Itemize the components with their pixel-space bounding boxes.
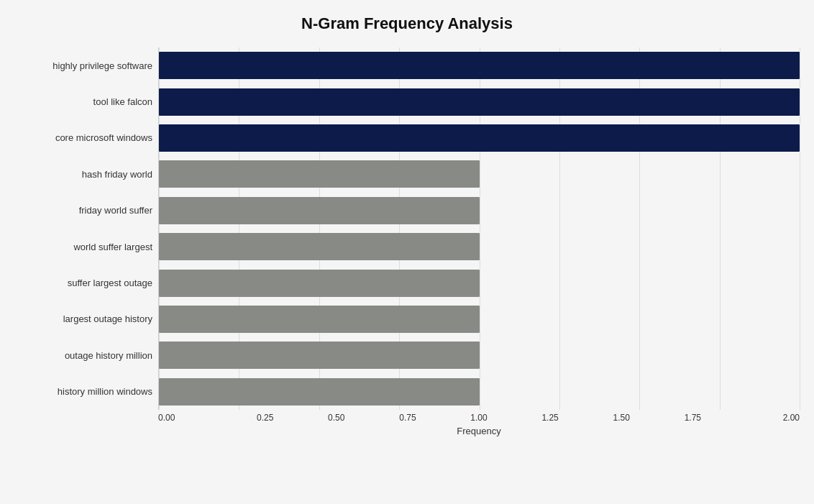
- bar: [159, 233, 480, 260]
- bar-row: [159, 156, 800, 192]
- bar: [159, 378, 480, 406]
- bar-row: [159, 337, 800, 373]
- bar-row: [159, 301, 800, 337]
- bar: [159, 306, 480, 333]
- y-label: history million windows: [58, 387, 152, 396]
- y-label: suffer largest outage: [68, 278, 152, 288]
- y-label: highly privilege software: [52, 61, 152, 70]
- bar: [159, 52, 800, 79]
- x-tick: 1.50: [586, 413, 657, 423]
- bar-row: [159, 193, 800, 229]
- y-label: world suffer largest: [73, 242, 152, 252]
- bar-row: [159, 47, 800, 83]
- bar-row: [159, 229, 800, 265]
- bar: [159, 88, 800, 116]
- x-tick: 0.00: [158, 413, 229, 423]
- chart-container: N-Gram Frequency Analysis highly privile…: [0, 0, 814, 504]
- plot-area: [158, 47, 800, 410]
- bars-section: highly privilege softwaretool like falco…: [14, 47, 800, 410]
- y-label: core microsoft windows: [55, 133, 152, 142]
- bar: [159, 160, 480, 188]
- x-axis-label: Frequency: [158, 426, 800, 436]
- y-label: tool like falcon: [93, 97, 152, 106]
- y-label: friday world suffer: [79, 206, 152, 215]
- grid-line: [800, 47, 800, 410]
- x-tick: 0.25: [229, 413, 301, 423]
- bar: [159, 197, 480, 224]
- bar-row: [159, 120, 800, 156]
- y-label: outage history million: [65, 351, 152, 360]
- x-axis: 0.000.250.500.751.001.251.501.752.00: [158, 413, 800, 423]
- bar: [159, 270, 480, 297]
- bar: [159, 342, 480, 369]
- x-tick: 1.25: [515, 413, 586, 423]
- y-labels: highly privilege softwaretool like falco…: [14, 47, 158, 410]
- x-tick: 1.75: [657, 413, 728, 423]
- bar-row: [159, 83, 800, 119]
- bar-row: [159, 265, 800, 301]
- chart-title: N-Gram Frequency Analysis: [14, 14, 800, 33]
- x-tick: 0.50: [301, 413, 372, 423]
- x-tick: 2.00: [728, 413, 800, 423]
- bar: [159, 124, 800, 152]
- y-label: hash friday world: [82, 170, 152, 179]
- y-label: largest outage history: [63, 314, 152, 324]
- x-tick: 0.75: [372, 413, 443, 423]
- bar-row: [159, 374, 800, 410]
- x-tick: 1.00: [443, 413, 514, 423]
- chart-area: highly privilege softwaretool like falco…: [14, 47, 800, 436]
